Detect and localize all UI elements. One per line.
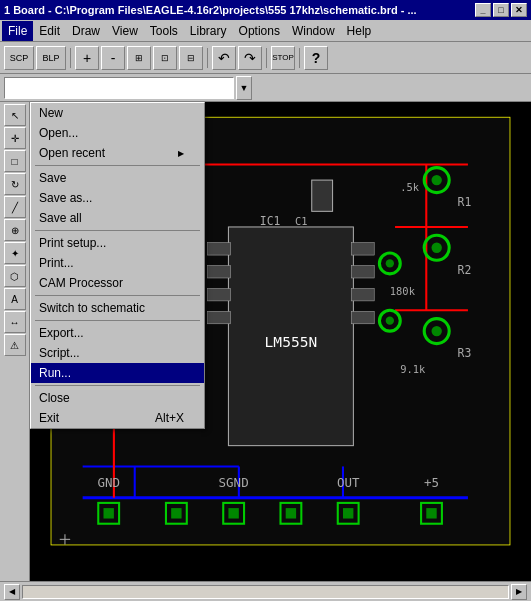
toolbar-row2: ▼ (0, 74, 531, 102)
separator4 (299, 48, 300, 68)
tool-dimension[interactable]: ↔ (4, 311, 26, 333)
svg-text:SGND: SGND (219, 475, 249, 490)
scp-button[interactable]: SCP (4, 46, 34, 70)
svg-text:C1: C1 (295, 215, 308, 227)
menu-new[interactable]: New (31, 103, 204, 123)
zoom-last-button[interactable]: ⊟ (179, 46, 203, 70)
svg-point-29 (431, 175, 441, 185)
menu-cam-processor[interactable]: CAM Processor (31, 273, 204, 293)
help-button[interactable]: ? (304, 46, 328, 70)
menu-file[interactable]: File (2, 21, 33, 41)
separator2 (207, 48, 208, 68)
separator1 (70, 48, 71, 68)
svg-point-43 (386, 317, 394, 325)
tool-copy[interactable]: □ (4, 150, 26, 172)
svg-rect-19 (208, 311, 231, 323)
menu-close[interactable]: Close (31, 388, 204, 408)
menu-window[interactable]: Window (286, 21, 341, 41)
zoom-fit-button[interactable]: ⊞ (127, 46, 151, 70)
svg-rect-22 (351, 288, 374, 300)
menu-switch-schematic[interactable]: Switch to schematic (31, 298, 204, 318)
menu-bar: File Edit Draw View Tools Library Option… (0, 20, 531, 42)
svg-text:OUT: OUT (337, 475, 360, 490)
toolbar-row1: SCP BLP + - ⊞ ⊡ ⊟ ↶ ↷ STOP ? (0, 42, 531, 74)
menu-save-all[interactable]: Save all (31, 208, 204, 228)
main-area: ↖ ✛ □ ↻ ╱ ⊕ ✦ ⬡ A ↔ ⚠ (0, 102, 531, 581)
tool-text[interactable]: A (4, 288, 26, 310)
menu-print-setup[interactable]: Print setup... (31, 233, 204, 253)
separator-after-run (35, 385, 200, 386)
svg-text:R1: R1 (458, 195, 472, 209)
svg-rect-55 (228, 508, 238, 518)
svg-text:IC1: IC1 (260, 214, 281, 228)
scroll-track[interactable] (22, 585, 509, 599)
separator-after-cam (35, 295, 200, 296)
menu-help[interactable]: Help (341, 21, 378, 41)
svg-text:GND: GND (97, 475, 120, 490)
scroll-right[interactable]: ▶ (511, 584, 527, 600)
svg-text:180k: 180k (390, 285, 416, 297)
svg-rect-20 (351, 243, 374, 255)
svg-rect-18 (208, 288, 231, 300)
undo-button[interactable]: ↶ (212, 46, 236, 70)
zoom-out-button[interactable]: - (101, 46, 125, 70)
status-bar: ◀ ▶ (0, 581, 531, 601)
tool-rotate[interactable]: ↻ (4, 173, 26, 195)
close-button[interactable]: ✕ (511, 3, 527, 17)
exit-shortcut: Alt+X (155, 411, 184, 425)
menu-export[interactable]: Export... (31, 323, 204, 343)
tool-via[interactable]: ⊕ (4, 219, 26, 241)
zoom-in-button[interactable]: + (75, 46, 99, 70)
svg-rect-23 (351, 311, 374, 323)
tool-select[interactable]: ↖ (4, 104, 26, 126)
svg-point-31 (431, 243, 441, 253)
svg-point-41 (386, 259, 394, 267)
title-text: 1 Board - C:\Program Files\EAGLE-4.16r2\… (4, 4, 417, 16)
menu-edit[interactable]: Edit (33, 21, 66, 41)
tool-pad[interactable]: ✦ (4, 242, 26, 264)
svg-rect-57 (286, 508, 296, 518)
menu-view[interactable]: View (106, 21, 144, 41)
svg-text:.5k: .5k (400, 181, 420, 193)
svg-text:LM555N: LM555N (265, 333, 318, 350)
scroll-left[interactable]: ◀ (4, 584, 20, 600)
menu-exit[interactable]: ExitAlt+X (31, 408, 204, 428)
redo-button[interactable]: ↷ (238, 46, 262, 70)
svg-text:+5: +5 (424, 475, 439, 490)
menu-run[interactable]: Run... (31, 363, 204, 383)
svg-rect-51 (103, 508, 113, 518)
title-bar: 1 Board - C:\Program Files\EAGLE-4.16r2\… (0, 0, 531, 20)
menu-library[interactable]: Library (184, 21, 233, 41)
minimize-button[interactable]: _ (475, 3, 491, 17)
zoom-selection-button[interactable]: ⊡ (153, 46, 177, 70)
menu-print[interactable]: Print... (31, 253, 204, 273)
tool-draw[interactable]: ╱ (4, 196, 26, 218)
svg-text:R2: R2 (458, 263, 472, 277)
separator-after-save (35, 230, 200, 231)
maximize-button[interactable]: □ (493, 3, 509, 17)
menu-save-as[interactable]: Save as... (31, 188, 204, 208)
separator3 (266, 48, 267, 68)
tool-polygon[interactable]: ⬡ (4, 265, 26, 287)
menu-save[interactable]: Save (31, 168, 204, 188)
menu-open[interactable]: Open... (31, 123, 204, 143)
stop-button[interactable]: STOP (271, 46, 295, 70)
command-dropdown[interactable]: ▼ (236, 76, 252, 100)
svg-text:9.1k: 9.1k (400, 363, 426, 375)
tool-move[interactable]: ✛ (4, 127, 26, 149)
menu-open-recent[interactable]: Open recent (31, 143, 204, 163)
separator-after-switch (35, 320, 200, 321)
svg-rect-59 (343, 508, 353, 518)
menu-tools[interactable]: Tools (144, 21, 184, 41)
tool-drc[interactable]: ⚠ (4, 334, 26, 356)
svg-rect-17 (208, 265, 231, 277)
canvas-area: LM555N IC1 C1 (30, 102, 531, 581)
menu-script[interactable]: Script... (31, 343, 204, 363)
menu-options[interactable]: Options (233, 21, 286, 41)
menu-draw[interactable]: Draw (66, 21, 106, 41)
file-dropdown-menu: New Open... Open recent Save Save as... … (30, 102, 205, 429)
command-input[interactable] (4, 77, 234, 99)
blp-button[interactable]: BLP (36, 46, 66, 70)
svg-point-33 (431, 326, 441, 336)
svg-text:R3: R3 (458, 346, 472, 360)
